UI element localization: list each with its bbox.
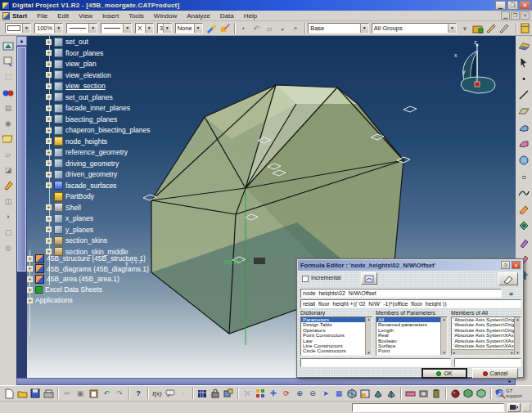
close-button[interactable]: ✕ (520, 1, 530, 10)
menu-file[interactable]: File (32, 11, 52, 21)
view-compass[interactable]: z x y (454, 39, 495, 93)
workbench-icon[interactable] (2, 39, 15, 52)
expand-icon[interactable] (46, 160, 52, 166)
list-scrollbar[interactable]: ▲▼ (514, 317, 521, 355)
scroll-right-icon[interactable] (506, 379, 514, 384)
knowledge-icon[interactable] (223, 388, 234, 399)
eraser-icon-disabled[interactable]: ▱ (264, 22, 275, 34)
menu-window[interactable]: Window (149, 11, 182, 21)
list-icon-disabled[interactable]: ▤ (2, 101, 15, 114)
battery-icon[interactable] (431, 388, 442, 399)
undo-icon[interactable]: ↶ (101, 388, 112, 399)
tree-item-view_section[interactable]: view_section (46, 81, 106, 91)
scroll-up-icon[interactable] (16, 36, 27, 46)
context-combo[interactable]: Base (308, 23, 369, 34)
list-item[interactable]: CstAttr_Mode (376, 354, 447, 356)
members-params-list[interactable]: All Renamed parameters Length Real Boole… (376, 316, 448, 356)
small-dot-icon-disabled[interactable]: · (178, 388, 189, 399)
dialog-close-button[interactable] (512, 261, 521, 269)
menu-start[interactable]: Start (0, 11, 32, 21)
cut-icon-disabled[interactable]: ✂ (61, 388, 73, 399)
expand-icon[interactable] (46, 138, 52, 144)
color-combo[interactable] (5, 23, 31, 34)
formula-expression-field[interactable] (300, 299, 521, 308)
group-tool-icon-disabled[interactable]: ▾ (459, 22, 471, 34)
cancel-button[interactable]: Cancel (472, 368, 518, 379)
menu-analyze[interactable]: Analyze (182, 11, 214, 21)
list-item[interactable]: String (301, 354, 372, 356)
speaker-icon-disabled[interactable]: ◗ (2, 210, 15, 222)
sphere-tool-icon[interactable] (517, 154, 530, 167)
thickness-combo[interactable]: 3 (157, 23, 172, 34)
circle-tool-icon[interactable]: ○ (517, 170, 530, 183)
tree-item-facade_surfaces[interactable]: facade_surfaces (46, 181, 116, 191)
scroll-thumb[interactable] (17, 47, 26, 272)
roll-icon-disabled[interactable]: ◎ (2, 241, 15, 254)
spline-tool-icon[interactable] (517, 186, 530, 200)
tree-item-driven_geometry[interactable]: driven_geometry (46, 169, 117, 179)
expand-icon[interactable] (46, 172, 52, 177)
restore-button[interactable]: ❒ (507, 1, 518, 10)
expand-icon[interactable] (27, 298, 33, 303)
sketch-tool-icon[interactable] (517, 203, 530, 216)
formula-fx-icon[interactable]: f(x) (151, 388, 163, 399)
opacity-combo[interactable]: 100% (34, 23, 63, 34)
pen-tool-icon[interactable] (517, 236, 530, 249)
expand-icon[interactable] (46, 83, 52, 89)
tree-item-view_plan[interactable]: view_plan (46, 59, 97, 69)
point-tool-icon[interactable]: • (517, 72, 530, 85)
expand-icon[interactable] (46, 50, 52, 56)
save-icon[interactable] (29, 388, 41, 399)
zoom-out-icon[interactable]: ⊖ (307, 388, 318, 399)
plane-icon-disabled[interactable]: ▱ (2, 148, 15, 160)
copy-icon-disabled[interactable]: ▣ (74, 388, 86, 399)
tree-item-Shell[interactable]: Shell (46, 203, 81, 213)
point-symbol-combo[interactable]: X (135, 23, 153, 34)
expand-icon[interactable] (27, 256, 33, 262)
expand-icon[interactable] (46, 94, 52, 100)
child-minimize-button[interactable]: ▁ (501, 11, 510, 20)
command-history-button[interactable] (522, 403, 530, 412)
dictionary-list[interactable]: Parameters Design Table Operators Point … (300, 316, 372, 356)
render-material-icon[interactable] (449, 388, 461, 399)
expand-icon[interactable] (27, 287, 33, 293)
comment-balloon-icon[interactable] (165, 388, 176, 399)
menu-help[interactable]: Help (239, 11, 262, 21)
redo-icon-disabled[interactable]: ↷ (114, 388, 125, 399)
knife-tool-icon[interactable] (485, 22, 497, 34)
result-field[interactable] (300, 358, 451, 367)
revolve-tool-icon[interactable] (517, 137, 530, 150)
paste-icon[interactable] (88, 388, 99, 399)
publications-folder-icon[interactable] (472, 22, 484, 34)
incremental-checkbox[interactable] (302, 276, 309, 282)
tree-item-45B_area[interactable]: 45B_area (45B_area.1) (27, 274, 119, 284)
new-file-icon[interactable] (3, 388, 15, 399)
stamp-icon-disabled[interactable]: ◫ (2, 195, 15, 207)
horizontal-scrollbar[interactable] (16, 378, 516, 385)
surface-icon-disabled[interactable]: ◪ (2, 164, 15, 176)
zoom-in-icon[interactable]: ⊕ (294, 388, 305, 399)
tree-item-node_heights[interactable]: node_heights (46, 137, 107, 146)
new-window-icon[interactable] (2, 55, 15, 67)
dialog-help-button[interactable]: ? (501, 261, 510, 269)
expand-icon[interactable] (46, 204, 52, 210)
render-cube-icon[interactable] (462, 388, 474, 399)
expand-icon[interactable] (46, 61, 52, 67)
rotate-icon[interactable]: ⟳ (281, 388, 292, 399)
magnet2-icon-disabled[interactable]: ◓ (290, 22, 301, 34)
measure-between-icon[interactable]: ⤫ (241, 388, 253, 399)
fly-mode-icon[interactable]: ➤ (320, 388, 331, 399)
select-arrow-icon-disabled[interactable]: • (237, 22, 249, 34)
pan-icon[interactable]: ✛ (268, 388, 279, 399)
child-restore-button[interactable]: ❒ (511, 11, 520, 20)
whats-this-help-icon[interactable]: ? (133, 388, 144, 399)
formula-target-field[interactable] (300, 289, 502, 298)
tree-item-driving_geometry[interactable]: driving_geometry (46, 159, 119, 168)
line-tool-icon[interactable] (517, 88, 530, 101)
tree-item-bisecting_planes[interactable]: bisecting_planes (46, 114, 117, 124)
join-tool-icon[interactable] (517, 219, 530, 232)
command-run-button[interactable] (507, 403, 521, 412)
normal-view-icon[interactable]: ▦ (333, 388, 345, 399)
named-views-icon[interactable] (359, 388, 371, 399)
expand-icon[interactable] (46, 116, 52, 122)
